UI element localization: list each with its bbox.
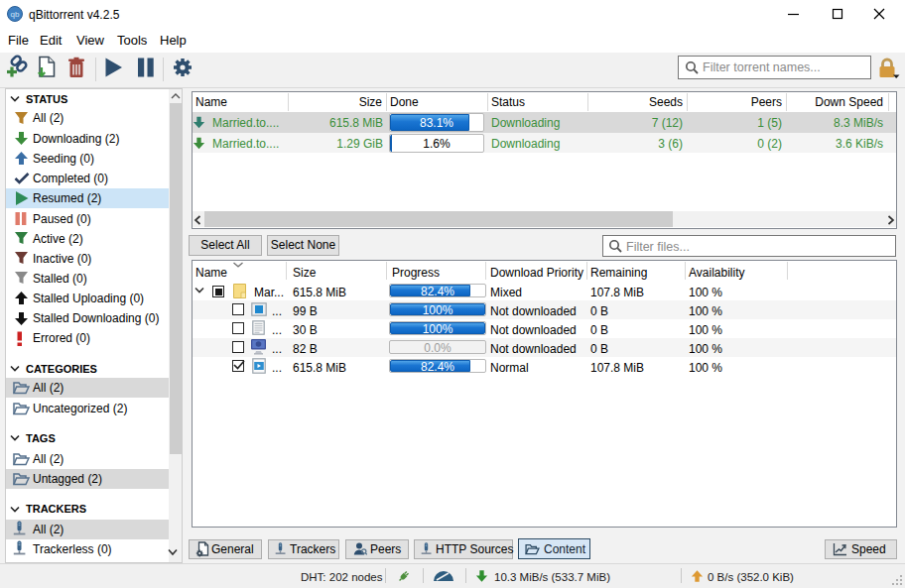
svg-text:qb: qb (11, 10, 20, 19)
